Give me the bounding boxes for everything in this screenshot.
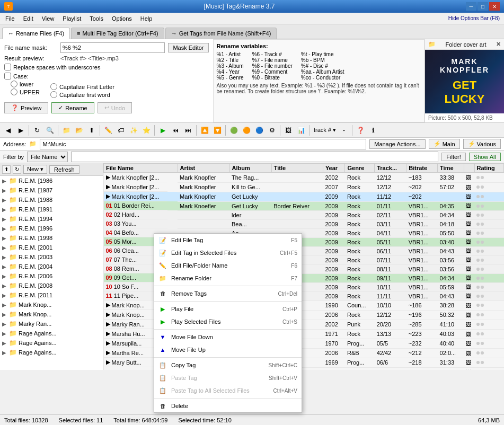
tb-prev-btn[interactable]: ⏮ — [170, 125, 181, 136]
hide-options-button[interactable]: Hide Options Bar (F8) — [446, 14, 502, 22]
tree-item[interactable]: ▶📁Mark Knop... — [0, 309, 103, 319]
table-row[interactable]: ▶Mark Knopfler [2... Mark Knopfler Get L… — [104, 192, 504, 201]
menu-playlist[interactable]: Playlist — [59, 14, 84, 23]
tb-wand-btn[interactable]: ✨ — [128, 125, 139, 136]
rename-button[interactable]: ✓ Rename — [51, 102, 94, 113]
tree-item[interactable]: ▶📁R.E.M. [1987 — [0, 185, 103, 195]
tree-item[interactable]: ▶📁Mark Knop... — [0, 300, 103, 309]
col-extra[interactable] — [464, 164, 474, 173]
ctx-move-up[interactable]: ▲ Move File Up — [154, 343, 302, 356]
col-genre[interactable]: Genre — [345, 164, 375, 173]
tb-search-btn[interactable]: 🔍 — [44, 125, 56, 136]
tb-img-btn[interactable]: 🖼 — [282, 125, 294, 136]
tree-item[interactable]: ▶📁R.E.M. [1998 — [0, 233, 103, 243]
tb-track-btn[interactable]: - — [338, 125, 350, 136]
col-title[interactable]: Title — [271, 164, 323, 173]
tree-item[interactable]: ▶📁Rage Agains... — [0, 338, 103, 348]
address-input[interactable] — [40, 139, 366, 149]
upper-radio[interactable] — [11, 88, 17, 95]
tb-orange-btn[interactable]: 🟠 — [241, 125, 252, 136]
tb-up2-btn[interactable]: 🔼 — [199, 125, 210, 136]
case-checkbox[interactable] — [4, 73, 11, 79]
tree-item[interactable]: ▶📁R.E.M. [1986 — [0, 176, 103, 185]
tree-refresh-icon[interactable]: ↻ — [13, 165, 21, 174]
tb-folder-btn[interactable]: 📁 — [60, 125, 72, 136]
filter-select[interactable]: File Name — [27, 152, 68, 162]
menu-file[interactable]: File — [2, 14, 18, 23]
tb-down2-btn[interactable]: 🔽 — [211, 125, 223, 136]
tab-rename-files[interactable]: ↔ Rename Files (F4) — [2, 28, 70, 39]
tree-item[interactable]: ▶📁R.E.M. [1991 — [0, 205, 103, 214]
filter-input[interactable] — [71, 152, 438, 162]
col-album[interactable]: Album — [229, 164, 271, 173]
ctx-play-selected[interactable]: ▶ Play Selected Files Ctrl+S — [154, 315, 302, 328]
tree-item[interactable]: ▶📁Marky Ran... — [0, 319, 103, 329]
various-button[interactable]: ⚡ Various — [463, 139, 501, 149]
cap-word-radio[interactable] — [50, 91, 57, 98]
manage-actions-button[interactable]: Manage Actions... — [369, 139, 425, 149]
undo-button[interactable]: ↩ Undo — [98, 102, 132, 113]
tree-ctrl-icon[interactable]: ⬆ — [2, 165, 11, 174]
tb-scan-btn[interactable]: 📊 — [295, 125, 307, 136]
tree-item[interactable]: ▶📁R.E.M. [2011 — [0, 290, 103, 300]
tb-circle-btn[interactable]: 🟢 — [228, 125, 240, 136]
tb-refresh-btn[interactable]: ↻ — [31, 125, 43, 136]
tree-item[interactable]: ▶📁R.E.M. [2006 — [0, 271, 103, 281]
tb-info-btn[interactable]: ℹ — [367, 125, 379, 136]
tab-get-tags[interactable]: → Get Tags from File Name (Shift+F4) — [165, 28, 277, 39]
col-year[interactable]: Year — [323, 164, 345, 173]
tb-help-btn[interactable]: ❓ — [355, 125, 366, 136]
ctx-delete[interactable]: 🗑 Delete — [154, 400, 302, 412]
tb-back-btn[interactable]: ◀ — [2, 125, 14, 136]
table-row[interactable]: 0303 You... Bea... 2009 Rock 03/11 VBR1.… — [104, 219, 504, 228]
show-all-button[interactable]: Show All — [469, 153, 501, 161]
main-button[interactable]: ⚡ Main — [429, 139, 460, 149]
col-filename[interactable]: File Name — [104, 164, 178, 173]
maximize-button[interactable]: □ — [478, 2, 488, 11]
tree-item[interactable]: ▶📁R.E.M. [1994 — [0, 214, 103, 224]
cover-art-close[interactable]: ✕ — [496, 41, 501, 48]
tb-settings-btn[interactable]: ⚙ — [266, 125, 278, 136]
cap-first-radio[interactable] — [50, 83, 57, 90]
tree-item[interactable]: ▶📁R.E.M. [2001 — [0, 243, 103, 252]
table-row[interactable]: ▶Mark Knopfler [2... Mark Knopfler Kill … — [104, 182, 504, 192]
menu-tools[interactable]: Tools — [86, 14, 107, 23]
tb-next-btn[interactable]: ⏭ — [182, 125, 194, 136]
refresh-button[interactable]: Refresh — [49, 165, 79, 174]
ctx-remove-tags[interactable]: 🗑 Remove Tags Ctrl+Del — [154, 287, 302, 300]
col-artist[interactable]: Artist — [178, 164, 229, 173]
tb-up-btn[interactable]: ⬆ — [86, 125, 98, 136]
tb-pen-btn[interactable]: ✏️ — [102, 125, 114, 136]
close-button[interactable]: ✕ — [489, 2, 500, 11]
mask-editor-button[interactable]: Mask Editor — [168, 43, 208, 52]
ctx-edit-selected[interactable]: 📝 Edit Tag in Selected Files Ctrl+F5 — [154, 246, 302, 259]
col-time[interactable]: Time — [438, 164, 464, 173]
menu-options[interactable]: Options — [109, 14, 135, 23]
ctx-copy-tag[interactable]: 📋 Copy Tag Shift+Ctrl+C — [154, 359, 302, 371]
tab-multi-tag[interactable]: ≡ Multi File Tag Editor (Ctrl+F4) — [71, 28, 164, 39]
tree-item[interactable]: ▶📁Rage Agains... — [0, 329, 103, 338]
ctx-edit-name[interactable]: ✏️ Edit File/Folder Name F6 — [154, 259, 302, 272]
tb-play-btn[interactable]: ▶ — [157, 125, 169, 136]
replace-spaces-checkbox[interactable] — [4, 64, 11, 70]
tb-star-btn[interactable]: ⭐ — [140, 125, 152, 136]
tb-blue-btn[interactable]: 🔵 — [253, 125, 265, 136]
filter-button[interactable]: Filter! — [441, 153, 466, 161]
col-track[interactable]: Track... — [375, 164, 406, 173]
minimize-button[interactable]: ─ — [466, 2, 476, 11]
tree-item[interactable]: ▶📁R.E.M. [1988 — [0, 195, 103, 205]
tree-item[interactable]: ▶📁R.E.M. [2008 — [0, 281, 103, 290]
tb-forward-btn[interactable]: ▶ — [15, 125, 26, 136]
tb-new-folder-btn[interactable]: 📂 — [73, 125, 85, 136]
table-row[interactable]: 0202 Hard... lder 2009 Rock 02/11 VBR1..… — [104, 210, 504, 219]
menu-view[interactable]: View — [39, 14, 58, 23]
menu-edit[interactable]: Edit — [20, 14, 37, 23]
ctx-rename-folder[interactable]: 📁 Rename Folder F7 — [154, 272, 302, 285]
tree-item[interactable]: ▶📁R.E.M. [2004 — [0, 262, 103, 271]
mask-input[interactable] — [60, 42, 165, 53]
tb-tag-btn[interactable]: 🏷 — [115, 125, 127, 136]
ctx-edit-tag[interactable]: 📝 Edit File Tag F5 — [154, 234, 302, 246]
tree-item[interactable]: ▶📁R.E.M. [2003 — [0, 252, 103, 262]
preview-button[interactable]: ❓ Preview — [4, 102, 48, 113]
ctx-play-file[interactable]: ▶ Play File Ctrl+P — [154, 303, 302, 315]
